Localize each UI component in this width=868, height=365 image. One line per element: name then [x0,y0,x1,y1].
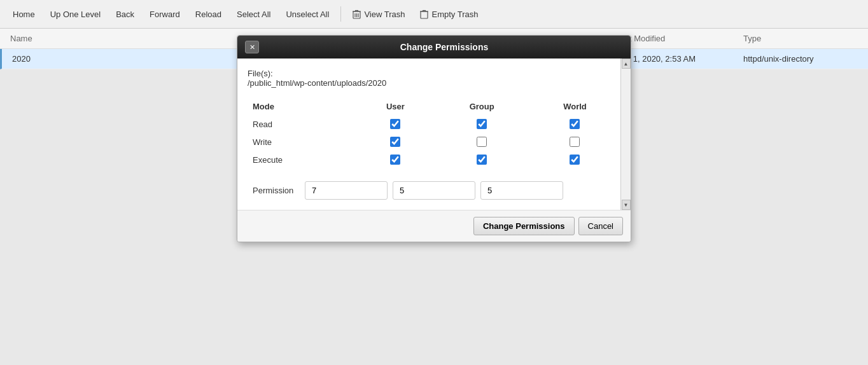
permission-group-input[interactable] [393,181,475,200]
file-path-value: /public_html/wp-content/uploads/2020 [248,78,386,88]
world-execute-cell [529,151,620,169]
back-button[interactable]: Back [109,6,141,23]
cancel-button[interactable]: Cancel [578,217,623,235]
change-permissions-button[interactable]: Change Permissions [473,217,575,235]
col-group: Group [434,98,529,115]
separator [340,6,341,22]
permission-user-input[interactable] [305,181,388,200]
toolbar: Home Up One Level Back Forward Reload Se… [0,0,868,29]
reload-button[interactable]: Reload [189,6,228,23]
user-read-cell [356,115,434,133]
file-path: File(s): /public_html/wp-content/uploads… [248,69,620,88]
view-trash-button[interactable]: View Trash [346,6,411,23]
group-execute-cell [434,151,529,169]
group-execute-checkbox[interactable] [477,155,487,165]
modal-title: Change Permissions [265,42,623,52]
permission-label: Permission [248,186,305,195]
empty-trash-button[interactable]: Empty Trash [414,6,484,23]
view-trash-label: View Trash [364,10,405,19]
col-world: World [529,98,620,115]
user-execute-cell [356,151,434,169]
world-read-checkbox[interactable] [570,119,580,129]
select-all-button[interactable]: Select All [230,6,277,23]
world-write-checkbox[interactable] [570,137,580,147]
main-area: Name Size Last Modified Type 2020 4 KB D… [0,29,868,365]
change-permissions-modal: ✕ Change Permissions ▲ ▼ File(s): /publi… [237,35,631,242]
modal-body: ▲ ▼ File(s): /public_html/wp-content/upl… [237,59,631,210]
scrollbar-up[interactable]: ▲ [622,59,631,69]
empty-trash-icon [420,10,428,19]
permission-world-input[interactable] [480,181,563,200]
home-button[interactable]: Home [6,6,41,23]
mode-label-read: Read [248,115,356,133]
permission-row: Permission [248,181,620,200]
group-read-checkbox[interactable] [477,119,487,129]
group-write-checkbox[interactable] [477,137,487,147]
scrollbar-down[interactable]: ▼ [622,200,631,210]
unselect-all-button[interactable]: Unselect All [279,6,335,23]
col-user: User [356,98,434,115]
forward-button[interactable]: Forward [143,6,186,23]
file-label: File(s): [248,69,273,78]
trash-icon [353,10,361,19]
world-read-cell [529,115,620,133]
up-one-level-button[interactable]: Up One Level [44,6,108,23]
user-write-cell [356,133,434,151]
permission-row-read: Read [248,115,620,133]
empty-trash-label: Empty Trash [431,10,478,19]
col-mode: Mode [248,98,356,115]
world-write-cell [529,133,620,151]
user-read-checkbox[interactable] [390,119,400,129]
world-execute-checkbox[interactable] [570,155,580,165]
user-write-checkbox[interactable] [390,137,400,147]
modal-footer: Change Permissions Cancel [237,210,631,242]
scrollbar[interactable]: ▲ ▼ [620,59,631,210]
permission-inputs [305,181,563,200]
mode-label-write: Write [248,133,356,151]
modal-overlay: ✕ Change Permissions ▲ ▼ File(s): /publi… [0,29,868,365]
modal-titlebar: ✕ Change Permissions [237,36,631,59]
permission-row-execute: Execute [248,151,620,169]
permissions-table: Mode User Group World ReadWriteExecute [248,98,620,169]
mode-label-execute: Execute [248,151,356,169]
svg-rect-8 [421,11,428,18]
group-read-cell [434,115,529,133]
permission-row-write: Write [248,133,620,151]
modal-close-button[interactable]: ✕ [245,41,259,53]
group-write-cell [434,133,529,151]
user-execute-checkbox[interactable] [390,155,400,165]
